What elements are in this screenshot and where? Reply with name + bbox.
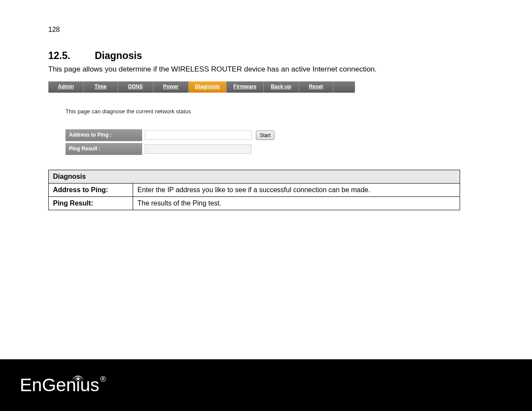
router-screenshot: Admin Time DDNS Power Diagnosis Firmware… — [48, 81, 355, 159]
diagnosis-description-table: Diagnosis Address to Ping: Enter the IP … — [48, 170, 460, 210]
section-number: 12.5. — [48, 50, 95, 62]
tab-time[interactable]: Time — [84, 81, 118, 93]
page-number: 128 — [48, 26, 485, 34]
section-heading: 12.5.Diagnosis — [48, 50, 485, 62]
row-label: Address to Ping: — [49, 184, 133, 197]
section-intro: This page allows you determine if the WI… — [48, 65, 485, 74]
start-button[interactable]: Start — [256, 131, 274, 140]
page-footer: EnGenius® — [0, 359, 532, 411]
row-desc: Enter the IP address you like to see if … — [133, 184, 460, 197]
tab-backup[interactable]: Back-up — [264, 81, 299, 93]
address-to-ping-input[interactable] — [145, 131, 252, 140]
engenius-logo: EnGenius® — [20, 376, 106, 394]
ping-result-label: Ping Result : — [65, 143, 142, 155]
table-row: Ping Result: The results of the Ping tes… — [49, 197, 460, 210]
tab-power[interactable]: Power — [153, 81, 189, 93]
tab-diagnosis[interactable]: Diagnosis — [189, 81, 227, 93]
tab-reset[interactable]: Reset — [299, 81, 333, 93]
table-row: Address to Ping: Enter the IP address yo… — [49, 184, 460, 197]
address-to-ping-label: Address to Ping : — [65, 129, 142, 141]
row-label: Ping Result: — [49, 197, 133, 210]
tab-admin[interactable]: Admin — [48, 81, 84, 93]
tab-firmware[interactable]: Firmware — [227, 81, 264, 93]
row-desc: The results of the Ping test. — [133, 197, 460, 210]
tab-bar: Admin Time DDNS Power Diagnosis Firmware… — [48, 81, 355, 93]
tab-ddns[interactable]: DDNS — [118, 81, 153, 93]
table-header: Diagnosis — [49, 170, 460, 184]
panel-description: This page can diagnose the current netwo… — [65, 108, 355, 115]
ping-result-output — [145, 144, 252, 154]
registered-mark: ® — [100, 375, 106, 383]
section-title: Diagnosis — [95, 50, 142, 61]
wifi-icon — [72, 373, 84, 381]
